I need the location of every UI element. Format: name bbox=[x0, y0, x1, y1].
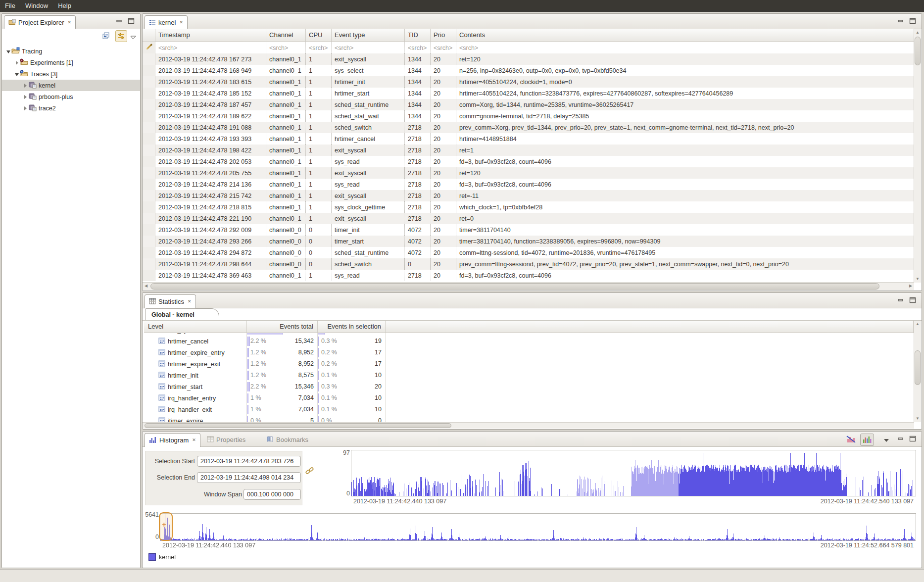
cell-tid[interactable]: 1344 bbox=[405, 76, 431, 88]
selection-end-input[interactable] bbox=[197, 472, 301, 483]
stats-row[interactable]: irq_handler_entry1 %7,0340.1 %10 bbox=[144, 392, 914, 404]
filter-cell-tid[interactable]: <srch> bbox=[405, 42, 431, 53]
tree-item-traces-3-[interactable]: Traces [3] bbox=[2, 68, 140, 80]
cell-contents[interactable]: comm=Xorg, tid=1344, runtime=25385, vrun… bbox=[456, 99, 914, 110]
cell-tid[interactable]: 2718 bbox=[405, 133, 431, 145]
cell-cpu[interactable]: 0 bbox=[306, 236, 332, 247]
stats-level-cell[interactable]: hrtimer_start bbox=[144, 381, 247, 392]
cell-prio[interactable]: 20 bbox=[431, 145, 456, 156]
cell-contents[interactable]: ret=120 bbox=[456, 53, 914, 65]
event-row[interactable]: 2012-03-19 11:24:42.478 298 644channel0_… bbox=[143, 258, 914, 270]
cell-timestamp[interactable]: 2012-03-19 11:24:42.478 189 622 bbox=[155, 110, 266, 122]
stats-row[interactable]: hrtimer_start2.2 %15,3460.3 %20 bbox=[144, 381, 914, 392]
expander-collapsed-icon[interactable] bbox=[23, 105, 28, 111]
scroll-up-icon[interactable]: ▲ bbox=[914, 29, 921, 36]
cell-channel[interactable]: channel0_1 bbox=[266, 76, 306, 88]
cell-timestamp[interactable]: 2012-03-19 11:24:42.478 187 457 bbox=[155, 99, 266, 110]
stats-header-events-in-selection[interactable]: Events in selection bbox=[318, 321, 386, 333]
cell-prio[interactable]: 20 bbox=[431, 76, 456, 88]
cell-prio[interactable]: 20 bbox=[431, 247, 456, 258]
cell-event-type[interactable]: sys_select bbox=[332, 65, 405, 76]
cell-cpu[interactable]: 1 bbox=[306, 145, 332, 156]
cell-timestamp[interactable]: 2012-03-19 11:24:42.478 183 615 bbox=[155, 76, 266, 88]
expander-collapsed-icon[interactable] bbox=[23, 94, 28, 99]
cell-cpu[interactable]: 1 bbox=[306, 76, 332, 88]
event-row[interactable]: 2012-03-19 11:24:42.478 167 273channel0_… bbox=[143, 53, 914, 65]
cell-tid[interactable]: 1344 bbox=[405, 53, 431, 65]
minimize-icon[interactable] bbox=[897, 297, 905, 303]
cell-contents[interactable]: ret=0 bbox=[456, 213, 914, 224]
cell-tid[interactable]: 4072 bbox=[405, 236, 431, 247]
cell-tid[interactable]: 1344 bbox=[405, 65, 431, 76]
cell-event-type[interactable]: exit_syscall bbox=[332, 167, 405, 179]
expander-collapsed-icon[interactable] bbox=[14, 60, 20, 65]
cell-cpu[interactable]: 1 bbox=[306, 122, 332, 133]
header-cell-contents[interactable]: Contents bbox=[456, 29, 914, 42]
cell-contents[interactable]: ret=1 bbox=[456, 145, 914, 156]
cell-event-type[interactable]: sched_switch bbox=[332, 258, 405, 270]
view-menu-icon[interactable] bbox=[883, 437, 890, 443]
stats-row[interactable]: hrtimer_init1.2 %8,5750.1 %10 bbox=[144, 370, 914, 381]
scroll-down-icon[interactable]: ▼ bbox=[914, 276, 921, 283]
header-cell-prio[interactable]: Prio bbox=[431, 29, 456, 42]
cell-channel[interactable]: channel0_1 bbox=[266, 133, 306, 145]
tab-kernel-events[interactable]: kernel ✕ bbox=[145, 15, 188, 29]
tree-item-tracing[interactable]: Tracing bbox=[2, 46, 140, 57]
activate-trace-histogram-icon[interactable] bbox=[860, 434, 874, 446]
event-row[interactable]: 2012-03-19 11:24:42.478 294 872channel0_… bbox=[143, 247, 914, 258]
event-row[interactable]: 2012-03-19 11:24:42.478 193 393channel0_… bbox=[143, 133, 914, 145]
expander-collapsed-icon[interactable] bbox=[23, 83, 28, 88]
event-row[interactable]: 2012-03-19 11:24:42.478 369 463channel0_… bbox=[143, 270, 914, 281]
filter-cell-cpu[interactable]: <srch> bbox=[306, 42, 332, 53]
cell-channel[interactable]: channel0_1 bbox=[266, 110, 306, 122]
cell-event-type[interactable]: sys_read bbox=[332, 270, 405, 281]
cell-cpu[interactable]: 0 bbox=[306, 258, 332, 270]
cell-tid[interactable]: 2718 bbox=[405, 201, 431, 213]
statistics-horizontal-scrollbar[interactable] bbox=[143, 422, 914, 429]
cell-prio[interactable]: 20 bbox=[431, 99, 456, 110]
cell-cpu[interactable]: 1 bbox=[306, 99, 332, 110]
cell-contents[interactable]: comm=lttng-sessiond, tid=4072, runtime=2… bbox=[456, 247, 914, 258]
cell-tid[interactable]: 2718 bbox=[405, 190, 431, 201]
cell-prio[interactable]: 20 bbox=[431, 190, 456, 201]
event-row[interactable]: 2012-03-19 11:24:42.478 293 266channel0_… bbox=[143, 236, 914, 247]
cell-tid[interactable]: 2718 bbox=[405, 167, 431, 179]
cell-cpu[interactable]: 1 bbox=[306, 156, 332, 167]
cell-channel[interactable]: channel0_1 bbox=[266, 201, 306, 213]
event-row[interactable]: 2012-03-19 11:24:42.478 202 053channel0_… bbox=[143, 156, 914, 167]
scroll-left-icon[interactable]: ◀ bbox=[143, 283, 149, 290]
event-row[interactable]: 2012-03-19 11:24:42.478 183 615channel0_… bbox=[143, 76, 914, 88]
event-row[interactable]: 2012-03-19 11:24:42.478 168 949channel0_… bbox=[143, 65, 914, 76]
event-row[interactable]: 2012-03-19 11:24:42.478 218 815channel0_… bbox=[143, 201, 914, 213]
stats-row[interactable]: irq_handler_exit1 %7,0340.1 %10 bbox=[144, 404, 914, 415]
cell-prio[interactable]: 20 bbox=[431, 53, 456, 65]
events-horizontal-scrollbar[interactable]: ◀ ▶ bbox=[143, 282, 914, 290]
cell-event-type[interactable]: exit_syscall bbox=[332, 190, 405, 201]
cell-event-type[interactable]: sched_stat_runtime bbox=[332, 247, 405, 258]
scroll-right-icon[interactable]: ▶ bbox=[907, 283, 914, 290]
event-row[interactable]: 2012-03-19 11:24:42.478 191 088channel0_… bbox=[143, 122, 914, 133]
cell-event-type[interactable]: hrtimer_start bbox=[332, 88, 405, 99]
cell-contents[interactable]: timer=3811704140, function=3238389056, e… bbox=[456, 236, 914, 247]
stats-header-events-total[interactable]: Events total bbox=[247, 321, 318, 333]
cell-event-type[interactable]: timer_init bbox=[332, 224, 405, 236]
cell-timestamp[interactable]: 2012-03-19 11:24:42.478 168 949 bbox=[155, 65, 266, 76]
cell-cpu[interactable]: 1 bbox=[306, 133, 332, 145]
cell-contents[interactable]: prev_comm=lttng-sessiond, prev_tid=4072,… bbox=[456, 258, 914, 270]
tree-item-prboom-plus[interactable]: prboom-plus bbox=[2, 91, 140, 102]
filter-cell-contents[interactable]: <srch> bbox=[456, 42, 914, 53]
cell-timestamp[interactable]: 2012-03-19 11:24:42.478 369 463 bbox=[155, 270, 266, 281]
zoom-histogram-canvas[interactable] bbox=[351, 450, 916, 496]
minimize-icon[interactable] bbox=[897, 436, 905, 442]
cell-contents[interactable]: hrtimer=4148951884 bbox=[456, 133, 914, 145]
cell-prio[interactable]: 20 bbox=[431, 224, 456, 236]
cell-cpu[interactable]: 1 bbox=[306, 179, 332, 190]
cell-cpu[interactable]: 1 bbox=[306, 88, 332, 99]
cell-event-type[interactable]: exit_syscall bbox=[332, 213, 405, 224]
statistics-vertical-scrollbar[interactable]: ▲ ▼ bbox=[914, 321, 921, 422]
header-cell-cpu[interactable]: CPU bbox=[306, 29, 332, 42]
filter-cell-prio[interactable]: <srch> bbox=[431, 42, 456, 53]
event-row[interactable]: 2012-03-19 11:24:42.478 215 742channel0_… bbox=[143, 190, 914, 201]
filter-pin-cell[interactable] bbox=[143, 42, 155, 53]
cell-event-type[interactable]: sys_read bbox=[332, 156, 405, 167]
